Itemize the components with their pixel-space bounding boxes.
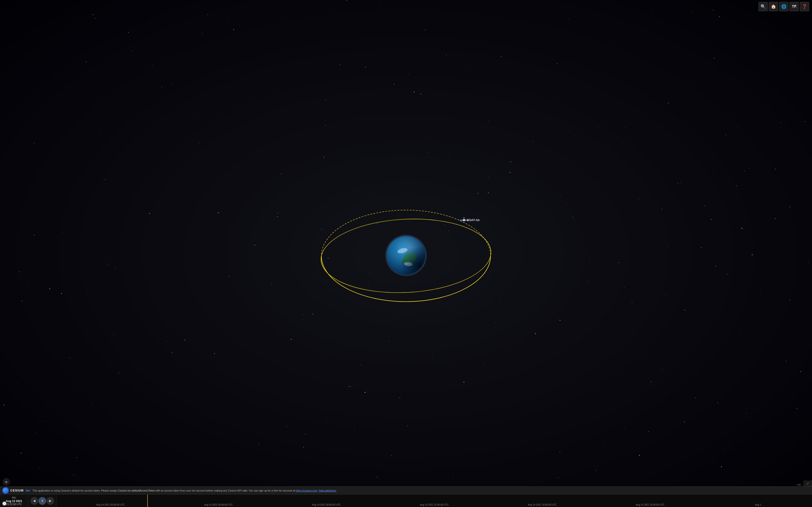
- play-button[interactable]: ▶: [47, 497, 54, 505]
- clock-icon: 🕐: [2, 501, 7, 506]
- clock-time: 23:22:00 UTC: [6, 503, 22, 506]
- svg-point-5: [387, 236, 425, 275]
- toolbar: 🔍 🏠 🌐 🗺 ❓: [756, 0, 812, 13]
- pause-button[interactable]: ⏸: [39, 497, 46, 505]
- rewind-button[interactable]: ◀: [31, 497, 38, 505]
- timeline-label-4: Aug 14 2021 16:00:00 UTC: [488, 504, 596, 506]
- timeline-label-5: Aug 14 2021 20:00:00 UTC: [596, 504, 704, 506]
- fullscreen-button[interactable]: ⤢: [804, 481, 812, 486]
- svg-rect-3: [300, 256, 512, 319]
- svg-point-1: [321, 210, 491, 301]
- svg-point-9: [397, 247, 408, 255]
- timeline-cursor: [147, 495, 148, 507]
- svg-point-18: [464, 217, 464, 218]
- orbit-svg: BSAT-3A: [300, 167, 512, 319]
- svg-rect-15: [460, 220, 462, 221]
- svg-point-13: [386, 235, 426, 275]
- cesium-logo: CESIUM ion: [2, 487, 30, 494]
- timeline-controls: 60x Aug 13 2021 23:22:00 UTC 🕐 ◀ ⏸ ▶ Aug…: [0, 495, 812, 507]
- app: BSAT-3A 🔍 🏠 🌐 🗺 ❓ ⊕ csp... ⤢: [0, 0, 812, 507]
- svg-point-0: [313, 219, 499, 293]
- attribution: csp...: [797, 483, 803, 486]
- svg-point-20: [4, 489, 7, 493]
- timeline-track[interactable]: Aug 14 2021 00:00:00 UTC Aug 14 2021 04:…: [57, 495, 812, 507]
- playback-controls: ◀ ⏸ ▶: [28, 495, 57, 507]
- notice-text: This application is using Cesium's defau…: [33, 489, 810, 492]
- svg-point-7: [402, 252, 417, 264]
- svg-point-4: [321, 210, 491, 301]
- geocoder-icon[interactable]: ⊕: [3, 478, 10, 486]
- svg-rect-2: [300, 167, 512, 256]
- timeline-label-2: Aug 14 2021 08:00:00 UTC: [272, 504, 380, 506]
- timeline-label-0: Aug 14 2021 00:00:00 UTC: [57, 504, 164, 506]
- timeline-bar: CESIUM ion This application is using Ces…: [0, 486, 812, 507]
- attribution-text: csp...: [797, 483, 803, 486]
- token-name: Cesium.Ion.defaultAccessToken: [118, 489, 155, 492]
- timeline-ticks: Aug 14 2021 00:00:00 UTC Aug 14 2021 04:…: [57, 495, 812, 507]
- svg-text:BSAT-3A: BSAT-3A: [467, 218, 480, 222]
- scene: BSAT-3A: [0, 0, 812, 486]
- svg-point-11: [387, 236, 425, 275]
- home-button[interactable]: 🏠: [769, 2, 778, 11]
- cesium-ion-text: ion: [26, 489, 30, 492]
- svg-rect-16: [466, 220, 468, 221]
- notice-bar: CESIUM ion This application is using Ces…: [0, 487, 812, 495]
- search-button[interactable]: 🔍: [758, 2, 768, 11]
- svg-point-10: [404, 262, 413, 266]
- timeline-label-6: Aug 1: [704, 504, 812, 506]
- clock-widget: 60x Aug 13 2021 23:22:00 UTC 🕐: [0, 495, 28, 507]
- help-button[interactable]: ❓: [800, 2, 809, 11]
- cesium-logo-text: CESIUM: [10, 489, 24, 492]
- globe-button[interactable]: 🌐: [779, 2, 789, 11]
- timeline-label-3: Aug 14 2021 12:00:00 UTC: [380, 504, 488, 506]
- clock-date: Aug 13 2021: [6, 500, 22, 503]
- layers-button[interactable]: 🗺: [790, 2, 799, 11]
- cesium-logo-icon: [2, 487, 9, 494]
- svg-point-8: [401, 260, 407, 264]
- timeline-label-1: Aug 14 2021 04:00:00 UTC: [164, 504, 272, 506]
- svg-point-12: [387, 236, 425, 275]
- svg-point-6: [387, 236, 425, 275]
- cesium-link[interactable]: https://cesium.com: [296, 489, 317, 492]
- data-attribution-link[interactable]: Data attribution: [319, 489, 337, 492]
- clock-speed: 60x: [12, 496, 16, 499]
- svg-rect-14: [463, 219, 465, 221]
